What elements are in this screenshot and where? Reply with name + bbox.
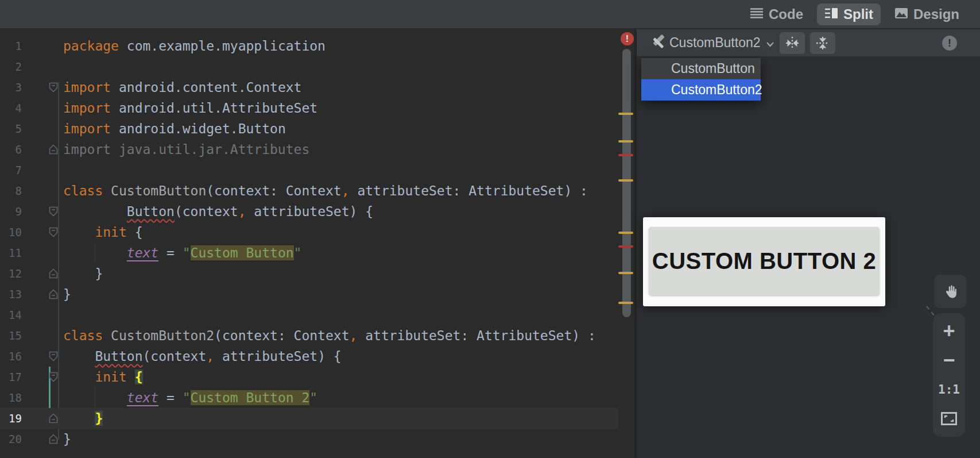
- line-number[interactable]: 9: [0, 201, 22, 222]
- code-text: package com.example.myapplication: [63, 36, 326, 56]
- code-line[interactable]: 10 init {: [0, 222, 618, 243]
- line-number[interactable]: 6: [0, 139, 22, 160]
- fold-gutter: [22, 243, 63, 263]
- line-number[interactable]: 1: [0, 36, 22, 56]
- code-line[interactable]: 16 Button(context, attributeSet) {: [0, 346, 618, 367]
- code-line[interactable]: 18 text = "Custom Button 2": [0, 387, 618, 408]
- stripe-error-mark[interactable]: [618, 154, 633, 156]
- line-number[interactable]: 4: [0, 98, 22, 118]
- stripe-warning-mark[interactable]: [618, 179, 633, 182]
- line-number[interactable]: 19: [0, 408, 22, 429]
- line-number[interactable]: 2: [0, 56, 22, 77]
- tab-design-label: Design: [913, 6, 959, 22]
- fold-gutter: [22, 325, 63, 346]
- code-line[interactable]: 5import android.widget.Button: [0, 118, 618, 139]
- code-line[interactable]: 6import java.util.jar.Attributes: [0, 139, 618, 160]
- code-text: import android.util.AttributeSet: [63, 98, 317, 118]
- code-text: import java.util.jar.Attributes: [63, 139, 309, 160]
- fold-gutter: [22, 387, 63, 408]
- zoom-out-button[interactable]: −: [933, 348, 965, 373]
- fold-marker[interactable]: [22, 201, 63, 222]
- fold-marker[interactable]: [22, 77, 63, 98]
- code-line[interactable]: 4import android.util.AttributeSet: [0, 98, 618, 118]
- fold-marker[interactable]: [22, 429, 63, 449]
- line-number[interactable]: 14: [0, 305, 22, 325]
- line-number[interactable]: 20: [0, 429, 22, 449]
- fit-screen-icon: [941, 412, 957, 425]
- code-line[interactable]: 3import android.content.Context: [0, 77, 618, 98]
- code-text: class CustomButton(context: Context, att…: [63, 180, 588, 201]
- code-text: init {: [63, 222, 142, 243]
- code-lines-icon: [750, 6, 764, 22]
- line-number[interactable]: 3: [0, 77, 22, 98]
- line-number[interactable]: 10: [0, 222, 22, 243]
- tab-split[interactable]: Split: [817, 3, 881, 25]
- code-line[interactable]: 13}: [0, 284, 618, 305]
- fold-marker[interactable]: [22, 367, 63, 387]
- code-line[interactable]: 15class CustomButton2(context: Context, …: [0, 325, 618, 346]
- preview-canvas: CUSTOM BUTTON 2: [643, 217, 885, 306]
- hand-icon: [943, 284, 958, 299]
- fold-gutter: [22, 118, 63, 139]
- line-number[interactable]: 16: [0, 346, 22, 367]
- line-number[interactable]: 17: [0, 367, 22, 387]
- line-number[interactable]: 11: [0, 243, 22, 263]
- code-line[interactable]: 19 }: [0, 408, 618, 429]
- fold-marker[interactable]: [22, 263, 63, 284]
- editor-mode-bar: Code Split Design: [0, 0, 980, 29]
- scrollbar-thumb[interactable]: [622, 49, 631, 317]
- code-text: Button(context, attributeSet) {: [63, 346, 342, 367]
- zoom-actual-size-button[interactable]: 1:1: [933, 377, 965, 402]
- image-icon: [894, 6, 908, 22]
- code-line[interactable]: 12 }: [0, 263, 618, 284]
- dropdown-item[interactable]: CustomButton2: [641, 79, 761, 101]
- code-editor[interactable]: 1package com.example.myapplication23impo…: [0, 29, 634, 458]
- dropdown-item[interactable]: CustomButton: [641, 58, 761, 79]
- code-line[interactable]: 8class CustomButton(context: Context, at…: [0, 180, 618, 201]
- code-line[interactable]: 14: [0, 305, 618, 325]
- line-number[interactable]: 8: [0, 180, 22, 201]
- fold-marker[interactable]: [22, 346, 63, 367]
- stripe-warning-mark[interactable]: [618, 302, 633, 304]
- stripe-warning-mark[interactable]: [618, 272, 633, 274]
- code-text: }: [63, 263, 103, 284]
- fold-marker[interactable]: [22, 284, 63, 305]
- stripe-error-mark[interactable]: [618, 245, 633, 248]
- zoom-controls: + − 1:1: [933, 313, 965, 437]
- code-text: import android.widget.Button: [63, 118, 286, 139]
- zoom-in-button[interactable]: +: [933, 318, 965, 344]
- zoom-to-fit-button[interactable]: [933, 406, 965, 432]
- code-line[interactable]: 9 Button(context, attributeSet) {: [0, 201, 618, 222]
- tab-design[interactable]: Design: [894, 6, 959, 22]
- stripe-warning-mark[interactable]: [618, 113, 633, 115]
- code-text: import android.content.Context: [63, 77, 301, 98]
- code-line[interactable]: 11 text = "Custom Button": [0, 243, 618, 263]
- split-view-icon: [824, 6, 838, 22]
- fold-marker[interactable]: [22, 222, 63, 243]
- code-area[interactable]: 1package com.example.myapplication23impo…: [0, 29, 618, 449]
- code-line[interactable]: 20}: [0, 429, 618, 449]
- fold-marker[interactable]: [22, 408, 63, 429]
- line-number[interactable]: 12: [0, 263, 22, 284]
- line-number[interactable]: 7: [0, 160, 22, 180]
- inspections-error-badge[interactable]: !: [621, 32, 634, 45]
- tab-code[interactable]: Code: [750, 6, 803, 22]
- code-text: init {: [63, 367, 143, 387]
- code-text: }: [63, 429, 71, 449]
- previewed-custom-button[interactable]: CUSTOM BUTTON 2: [649, 227, 880, 295]
- stripe-warning-mark[interactable]: [618, 140, 633, 143]
- code-line[interactable]: 7: [0, 160, 618, 180]
- line-number[interactable]: 13: [0, 284, 22, 305]
- tab-code-label: Code: [769, 6, 803, 22]
- pan-tool-button[interactable]: [934, 275, 966, 308]
- line-number[interactable]: 5: [0, 118, 22, 139]
- line-number[interactable]: 18: [0, 387, 22, 408]
- code-line[interactable]: 1package com.example.myapplication: [0, 36, 618, 56]
- fold-gutter: [22, 305, 63, 325]
- code-text: text = "Custom Button": [63, 243, 301, 263]
- line-number[interactable]: 15: [0, 325, 22, 346]
- fold-marker[interactable]: [22, 139, 63, 160]
- stripe-warning-mark[interactable]: [618, 232, 633, 234]
- code-line[interactable]: 17 init {: [0, 367, 618, 387]
- code-line[interactable]: 2: [0, 56, 618, 77]
